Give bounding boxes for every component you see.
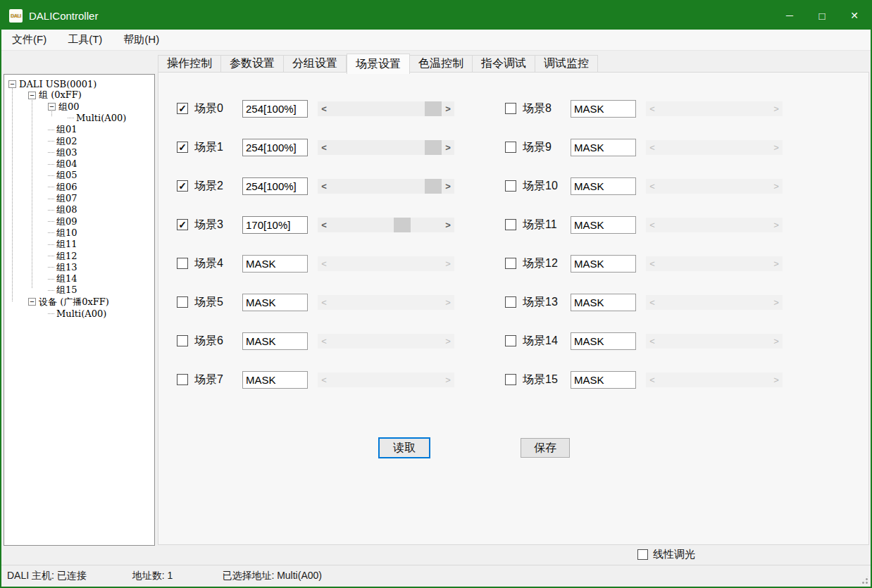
slider-right-arrow-icon[interactable]: > — [442, 101, 454, 116]
scene-checkbox[interactable] — [505, 374, 516, 385]
scene-level-slider[interactable]: <> — [318, 218, 454, 232]
tree-item[interactable]: 组09 — [4, 216, 77, 227]
menu-help[interactable]: 帮助(H) — [113, 30, 170, 50]
scene-level-slider[interactable]: <> — [646, 334, 783, 349]
tree-item[interactable]: 组08 — [4, 204, 77, 215]
tree-item[interactable]: 组10 — [4, 227, 77, 239]
scene-checkbox[interactable]: ✓ — [177, 103, 188, 114]
slider-left-arrow-icon[interactable]: < — [646, 218, 659, 232]
slider-right-arrow-icon[interactable]: > — [442, 334, 454, 349]
linear-dimming-checkbox[interactable] — [637, 549, 648, 560]
slider-left-arrow-icon[interactable]: < — [646, 101, 659, 116]
scene-value-input[interactable] — [571, 216, 636, 234]
slider-left-arrow-icon[interactable]: < — [646, 295, 659, 310]
tree-collapse-icon[interactable]: − — [8, 80, 16, 88]
scene-level-slider[interactable]: <> — [646, 256, 783, 271]
menu-tools[interactable]: 工具(T) — [57, 30, 113, 50]
scene-value-input[interactable] — [571, 255, 636, 273]
read-button[interactable]: 读取 — [378, 437, 430, 458]
slider-left-arrow-icon[interactable]: < — [318, 295, 330, 310]
scene-checkbox[interactable] — [177, 374, 188, 385]
scene-value-input[interactable] — [242, 371, 308, 389]
slider-left-arrow-icon[interactable]: < — [318, 179, 330, 194]
scene-value-input[interactable] — [242, 332, 308, 350]
scene-checkbox[interactable] — [177, 258, 188, 269]
tree-item[interactable]: 组12 — [4, 251, 77, 262]
scene-value-input[interactable] — [242, 216, 308, 234]
tree-item[interactable]: 组14 — [4, 273, 77, 284]
scene-value-input[interactable] — [242, 100, 308, 118]
slider-left-arrow-icon[interactable]: < — [646, 140, 659, 155]
tree-item[interactable]: 组01 — [4, 124, 77, 135]
tree-item[interactable]: −组 (0xFF) — [4, 89, 82, 101]
slider-right-arrow-icon[interactable]: > — [770, 179, 783, 194]
scene-value-input[interactable] — [242, 294, 308, 311]
scene-value-input[interactable] — [571, 100, 636, 118]
tab-7[interactable]: 调试监控 — [535, 55, 598, 73]
scene-level-slider[interactable]: <> — [318, 373, 454, 387]
close-button[interactable]: ✕ — [838, 1, 871, 30]
scene-checkbox[interactable]: ✓ — [177, 142, 188, 153]
scene-level-slider[interactable]: <> — [318, 140, 454, 155]
slider-left-arrow-icon[interactable]: < — [646, 373, 659, 387]
scene-level-slider[interactable]: <> — [318, 101, 454, 116]
tab-1[interactable]: 操作控制 — [158, 55, 221, 73]
tree-item[interactable]: 组11 — [4, 239, 77, 250]
scene-value-input[interactable] — [571, 332, 636, 350]
tree-item[interactable]: 组02 — [4, 136, 77, 147]
tab-4[interactable]: 场景设置 — [347, 54, 410, 74]
slider-right-arrow-icon[interactable]: > — [770, 101, 783, 116]
slider-left-arrow-icon[interactable]: < — [318, 101, 330, 116]
scene-level-slider[interactable]: <> — [646, 218, 783, 232]
scene-checkbox[interactable] — [505, 103, 516, 114]
tab-5[interactable]: 色温控制 — [410, 55, 473, 73]
scene-value-input[interactable] — [242, 139, 308, 156]
tree-collapse-icon[interactable]: − — [28, 298, 36, 306]
scene-value-input[interactable] — [571, 139, 636, 156]
scene-value-input[interactable] — [242, 177, 308, 195]
scene-value-input[interactable] — [571, 371, 636, 389]
maximize-button[interactable]: □ — [806, 1, 838, 30]
scene-level-slider[interactable]: <> — [646, 295, 783, 310]
slider-right-arrow-icon[interactable]: > — [770, 256, 783, 271]
scene-value-input[interactable] — [571, 294, 636, 311]
slider-right-arrow-icon[interactable]: > — [770, 295, 783, 310]
slider-left-arrow-icon[interactable]: < — [646, 179, 659, 194]
slider-right-arrow-icon[interactable]: > — [442, 256, 454, 271]
scene-level-slider[interactable]: <> — [646, 101, 783, 116]
scene-checkbox[interactable] — [505, 258, 516, 269]
scene-checkbox[interactable] — [505, 296, 516, 308]
slider-right-arrow-icon[interactable]: > — [770, 140, 783, 155]
menu-file[interactable]: 文件(F) — [1, 30, 57, 50]
slider-right-arrow-icon[interactable]: > — [442, 373, 454, 387]
tree-item[interactable]: 组04 — [4, 158, 77, 170]
scene-level-slider[interactable]: <> — [318, 295, 454, 310]
tree-item[interactable]: Multi(A00) — [4, 308, 106, 319]
tree-item[interactable]: 组15 — [4, 284, 77, 296]
scene-value-input[interactable] — [571, 177, 636, 195]
scene-level-slider[interactable]: <> — [318, 334, 454, 349]
slider-left-arrow-icon[interactable]: < — [318, 256, 330, 271]
slider-right-arrow-icon[interactable]: > — [770, 334, 783, 349]
scene-checkbox[interactable] — [505, 335, 516, 346]
slider-right-arrow-icon[interactable]: > — [442, 179, 454, 194]
tab-6[interactable]: 指令调试 — [473, 55, 535, 73]
tree-item[interactable]: 组07 — [4, 193, 77, 204]
slider-right-arrow-icon[interactable]: > — [442, 218, 454, 232]
scene-level-slider[interactable]: <> — [646, 140, 783, 155]
scene-checkbox[interactable] — [177, 296, 188, 308]
slider-left-arrow-icon[interactable]: < — [646, 334, 659, 349]
scene-level-slider[interactable]: <> — [646, 179, 783, 194]
scene-value-input[interactable] — [242, 255, 308, 273]
slider-right-arrow-icon[interactable]: > — [442, 140, 454, 155]
slider-left-arrow-icon[interactable]: < — [318, 218, 330, 232]
slider-left-arrow-icon[interactable]: < — [318, 334, 330, 349]
slider-left-arrow-icon[interactable]: < — [318, 140, 330, 155]
tab-3[interactable]: 分组设置 — [284, 55, 347, 73]
scene-level-slider[interactable]: <> — [318, 256, 454, 271]
scene-level-slider[interactable]: <> — [646, 373, 783, 387]
tree-item[interactable]: 组13 — [4, 262, 77, 273]
tree-item[interactable]: Multi(A00) — [4, 113, 126, 124]
scene-level-slider[interactable]: <> — [318, 179, 454, 194]
slider-thumb[interactable] — [425, 140, 442, 155]
